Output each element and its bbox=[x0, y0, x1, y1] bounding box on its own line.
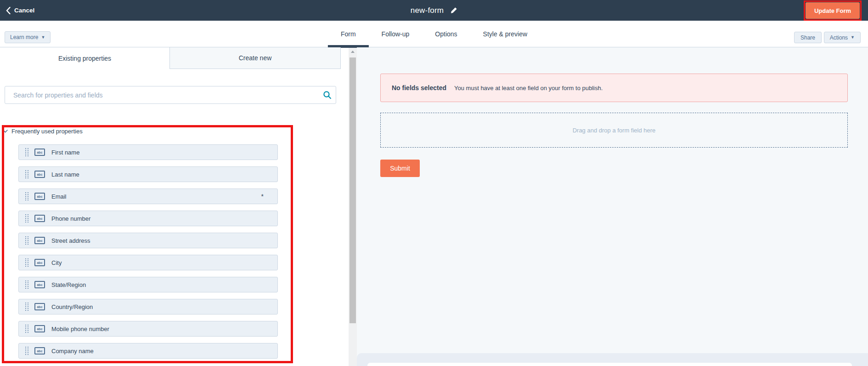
tab-create-new[interactable]: Create new bbox=[169, 47, 341, 69]
drag-handle-icon[interactable] bbox=[25, 347, 28, 355]
drag-handle-icon[interactable] bbox=[25, 325, 28, 333]
single-line-text-icon: abc bbox=[34, 149, 45, 156]
form-title-wrap: new-form bbox=[411, 0, 457, 21]
property-search-input[interactable] bbox=[5, 92, 318, 99]
alert-title: No fields selected bbox=[392, 84, 446, 92]
property-row-country-region[interactable]: abc Country/Region bbox=[18, 299, 278, 315]
property-label: Last name bbox=[51, 171, 79, 178]
drag-handle-icon[interactable] bbox=[25, 170, 28, 179]
learn-more-button[interactable]: Learn more ▼ bbox=[5, 31, 51, 43]
single-line-text-icon: abc bbox=[34, 237, 45, 244]
main-tab-bar: Form Follow-up Options Style & preview bbox=[328, 21, 540, 47]
single-line-text-icon: abc bbox=[34, 347, 45, 355]
frequently-used-section-header[interactable]: Frequently used properties bbox=[3, 128, 83, 135]
left-panel-tab-bar: Existing properties Create new bbox=[0, 47, 341, 69]
toolbar: Learn more ▼ Form Follow-up Options Styl… bbox=[0, 21, 868, 47]
share-button[interactable]: Share bbox=[794, 32, 822, 43]
single-line-text-icon: abc bbox=[34, 259, 45, 266]
scrollbar-thumb[interactable] bbox=[349, 57, 356, 323]
single-line-text-icon: abc bbox=[34, 171, 45, 178]
property-row-city[interactable]: abc City bbox=[18, 255, 278, 270]
drag-handle-icon[interactable] bbox=[25, 148, 28, 157]
single-line-text-icon: abc bbox=[34, 215, 45, 222]
tab-form-label: Form bbox=[341, 30, 356, 38]
actions-button[interactable]: Actions ▼ bbox=[824, 32, 861, 43]
tab-existing-properties[interactable]: Existing properties bbox=[0, 47, 169, 69]
single-line-text-icon: abc bbox=[34, 193, 45, 200]
property-search-box bbox=[5, 86, 336, 104]
cancel-label: Cancel bbox=[14, 7, 34, 14]
search-icon[interactable] bbox=[318, 91, 336, 99]
single-line-text-icon: abc bbox=[34, 303, 45, 310]
property-row-mobile-phone-number[interactable]: abc Mobile phone number bbox=[18, 321, 278, 337]
drag-handle-icon[interactable] bbox=[25, 192, 28, 201]
update-form-highlight-box: Update Form bbox=[804, 0, 862, 21]
property-row-first-name[interactable]: abc First name bbox=[18, 144, 278, 160]
property-row-street-address[interactable]: abc Street address bbox=[18, 233, 278, 248]
single-line-text-icon: abc bbox=[34, 281, 45, 288]
property-label: State/Region bbox=[51, 281, 86, 288]
property-label: Email bbox=[51, 193, 67, 200]
tab-options-label: Options bbox=[435, 30, 457, 38]
edit-pencil-icon[interactable] bbox=[451, 7, 457, 14]
caret-down-icon: ▼ bbox=[851, 35, 855, 40]
form-preview-panel: No fields selected You must have at leas… bbox=[357, 47, 868, 366]
top-bar: Cancel new-form Update Form bbox=[0, 0, 868, 21]
drag-handle-icon[interactable] bbox=[25, 236, 28, 245]
submit-button[interactable]: Submit bbox=[380, 160, 420, 177]
tab-options[interactable]: Options bbox=[422, 21, 470, 47]
cancel-button[interactable]: Cancel bbox=[6, 0, 34, 21]
form-builder-window: Cancel new-form Update Form Learn more ▼… bbox=[0, 0, 868, 366]
section-title: Frequently used properties bbox=[11, 128, 83, 135]
actions-label: Actions bbox=[830, 34, 848, 41]
property-row-phone-number[interactable]: abc Phone number bbox=[18, 211, 278, 226]
update-form-button[interactable]: Update Form bbox=[806, 2, 860, 19]
tab-existing-properties-label: Existing properties bbox=[58, 55, 111, 62]
tab-style-preview[interactable]: Style & preview bbox=[470, 21, 540, 47]
property-label: Phone number bbox=[51, 215, 90, 222]
caret-down-icon: ▼ bbox=[41, 35, 45, 40]
alert-message: You must have at least one field on your… bbox=[454, 85, 603, 92]
form-title: new-form bbox=[411, 6, 444, 15]
drag-handle-icon[interactable] bbox=[25, 258, 28, 267]
property-label: City bbox=[51, 259, 62, 266]
property-row-email[interactable]: abc Email * bbox=[18, 189, 278, 204]
tab-style-preview-label: Style & preview bbox=[483, 30, 527, 38]
drag-handle-icon[interactable] bbox=[25, 280, 28, 289]
share-label: Share bbox=[800, 34, 815, 41]
property-label: Company name bbox=[51, 348, 94, 355]
property-label: First name bbox=[51, 149, 79, 156]
form-field-dropzone[interactable]: Drag and drop a form field here bbox=[380, 113, 848, 148]
tab-create-new-label: Create new bbox=[239, 54, 272, 62]
dropzone-text: Drag and drop a form field here bbox=[573, 127, 656, 134]
property-list: abc First name abc Last name bbox=[18, 144, 278, 365]
property-label: Country/Region bbox=[51, 303, 93, 310]
property-row-last-name[interactable]: abc Last name bbox=[18, 166, 278, 182]
drag-handle-icon[interactable] bbox=[25, 303, 28, 311]
bottom-card-edge bbox=[367, 363, 852, 366]
chevron-down-icon bbox=[3, 130, 8, 133]
property-label: Street address bbox=[51, 237, 90, 244]
single-line-text-icon: abc bbox=[34, 325, 45, 332]
tab-form[interactable]: Form bbox=[328, 21, 369, 47]
tab-follow-up-label: Follow-up bbox=[382, 30, 410, 38]
chevron-left-icon bbox=[6, 7, 11, 14]
property-row-state-region[interactable]: abc State/Region bbox=[18, 277, 278, 292]
learn-more-label: Learn more bbox=[10, 34, 38, 40]
no-fields-alert: No fields selected You must have at leas… bbox=[380, 74, 848, 102]
required-marker: * bbox=[261, 193, 264, 200]
property-label: Mobile phone number bbox=[51, 326, 109, 332]
scrollbar-up-arrow[interactable] bbox=[349, 48, 357, 56]
tab-follow-up[interactable]: Follow-up bbox=[369, 21, 423, 47]
property-row-company-name[interactable]: abc Company name bbox=[18, 343, 278, 359]
drag-handle-icon[interactable] bbox=[25, 214, 28, 223]
